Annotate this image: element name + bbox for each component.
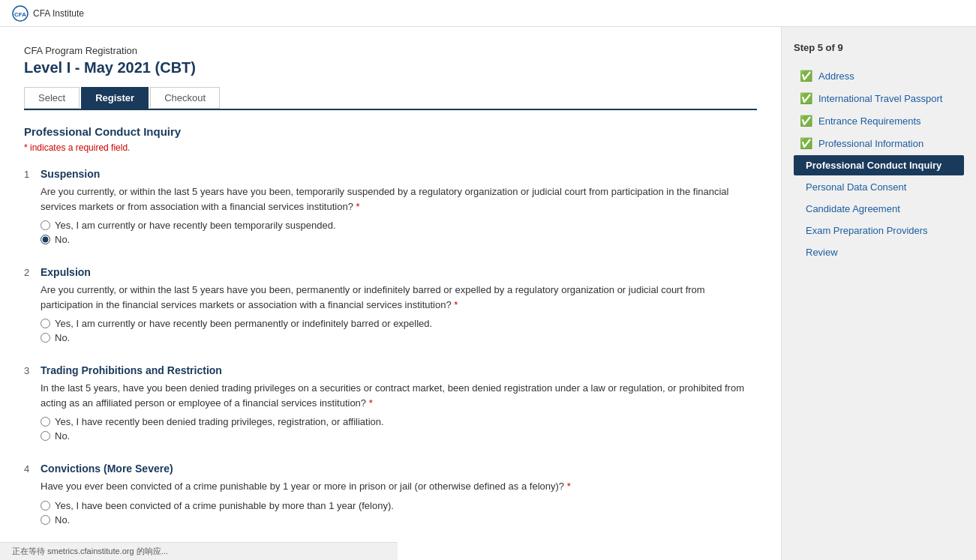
question-2-name: Expulsion bbox=[41, 266, 91, 278]
question-1-label-no: No. bbox=[55, 234, 70, 245]
question-2-radio-no[interactable] bbox=[41, 333, 50, 343]
question-4-radio-yes[interactable] bbox=[41, 501, 50, 511]
status-bar: 正在等待 smetrics.cfainstitute.org 的响应... bbox=[0, 542, 398, 560]
tabs-bar: Select Register Checkout bbox=[24, 87, 757, 110]
question-4-header: 4 Convictions (More Severe) bbox=[24, 463, 757, 475]
check-icon-entrance-requirements: ✅ bbox=[800, 115, 812, 127]
question-3-required-star: * bbox=[366, 397, 373, 409]
sidebar-item-label-professional-conduct-inquiry: Professional Conduct Inquiry bbox=[806, 160, 941, 171]
question-1-radio-no[interactable] bbox=[41, 235, 50, 244]
svg-text:CFA: CFA bbox=[14, 11, 26, 18]
sidebar: Step 5 of 9 ✅ Address ✅ International Tr… bbox=[781, 27, 976, 560]
question-1-option-yes[interactable]: Yes, I am currently or have recently bee… bbox=[41, 220, 757, 231]
question-3-option-no[interactable]: No. bbox=[41, 430, 757, 442]
sidebar-item-review[interactable]: Review bbox=[794, 242, 964, 262]
sidebar-item-professional-information[interactable]: ✅ Professional Information bbox=[794, 133, 964, 154]
required-note: * indicates a required field. bbox=[24, 142, 757, 153]
question-2-option-no[interactable]: No. bbox=[41, 332, 757, 343]
logo-text: CFA Institute bbox=[33, 8, 84, 19]
tab-select[interactable]: Select bbox=[24, 87, 80, 109]
program-title: Level I - May 2021 (CBT) bbox=[24, 59, 757, 76]
required-note-text: indicates a required field. bbox=[30, 142, 130, 153]
sidebar-item-label-review: Review bbox=[806, 247, 838, 258]
check-icon-address: ✅ bbox=[800, 70, 812, 82]
question-3-header: 3 Trading Prohibitions and Restriction bbox=[24, 364, 757, 376]
sidebar-item-label-entrance-requirements: Entrance Requirements bbox=[818, 115, 921, 127]
question-2-header: 2 Expulsion bbox=[24, 266, 757, 278]
question-3-number: 3 bbox=[24, 365, 35, 376]
sidebar-item-label-international-travel-passport: International Travel Passport bbox=[818, 93, 942, 104]
question-4-text: Have you ever been convicted of a crime … bbox=[41, 479, 757, 494]
question-2-radio-yes[interactable] bbox=[41, 319, 50, 328]
question-2-text: Are you currently, or within the last 5 … bbox=[41, 283, 757, 312]
sidebar-item-exam-preparation-providers[interactable]: Exam Preparation Providers bbox=[794, 220, 964, 241]
question-2-block: 2 Expulsion Are you currently, or within… bbox=[24, 266, 757, 343]
question-4-required-star: * bbox=[564, 481, 571, 492]
content-area: CFA Program Registration Level I - May 2… bbox=[0, 27, 781, 560]
question-3-option-yes[interactable]: Yes, I have recently been denied trading… bbox=[41, 416, 757, 427]
question-1-option-no[interactable]: No. bbox=[41, 234, 757, 245]
question-3-name: Trading Prohibitions and Restriction bbox=[41, 364, 222, 376]
question-2-number: 2 bbox=[24, 267, 35, 278]
question-1-label-yes: Yes, I am currently or have recently bee… bbox=[55, 220, 336, 231]
sidebar-item-professional-conduct-inquiry[interactable]: Professional Conduct Inquiry bbox=[794, 155, 964, 175]
sidebar-item-label-personal-data-consent: Personal Data Consent bbox=[806, 181, 906, 193]
question-4-option-yes[interactable]: Yes, I have been convicted of a crime pu… bbox=[41, 500, 757, 511]
question-3-label-yes: Yes, I have recently been denied trading… bbox=[55, 416, 384, 427]
question-3-label-no: No. bbox=[55, 430, 70, 442]
question-1-text: Are you currently, or within the last 5 … bbox=[41, 184, 757, 214]
question-3-radio-yes[interactable] bbox=[41, 417, 50, 427]
check-icon-professional-information: ✅ bbox=[800, 137, 812, 149]
question-3-radio-no[interactable] bbox=[41, 431, 50, 441]
question-4-name: Convictions (More Severe) bbox=[41, 463, 173, 475]
question-3-text: In the last 5 years, have you been denie… bbox=[41, 381, 757, 410]
sidebar-item-international-travel-passport[interactable]: ✅ International Travel Passport bbox=[794, 88, 964, 109]
program-label: CFA Program Registration bbox=[24, 45, 757, 56]
question-4-radio-no[interactable] bbox=[41, 515, 50, 525]
question-1-radio-yes[interactable] bbox=[41, 220, 50, 230]
required-star: * bbox=[24, 142, 28, 153]
status-bar-text: 正在等待 smetrics.cfainstitute.org 的响应... bbox=[12, 547, 168, 556]
question-4-block: 4 Convictions (More Severe) Have you eve… bbox=[24, 463, 757, 526]
main-container: CFA Program Registration Level I - May 2… bbox=[0, 27, 976, 560]
question-1-required-star: * bbox=[353, 201, 360, 212]
question-2-label-yes: Yes, I am currently or have recently bee… bbox=[55, 318, 432, 329]
cfa-logo-icon: CFA bbox=[12, 5, 29, 22]
sidebar-item-personal-data-consent[interactable]: Personal Data Consent bbox=[794, 177, 964, 197]
tab-checkout[interactable]: Checkout bbox=[150, 87, 220, 109]
question-4-label-yes: Yes, I have been convicted of a crime pu… bbox=[55, 500, 394, 511]
sidebar-item-label-address: Address bbox=[818, 70, 854, 82]
sidebar-item-address[interactable]: ✅ Address bbox=[794, 65, 964, 86]
question-2-option-yes[interactable]: Yes, I am currently or have recently bee… bbox=[41, 318, 757, 329]
tab-register[interactable]: Register bbox=[81, 87, 149, 109]
step-label: Step 5 of 9 bbox=[794, 42, 964, 53]
sidebar-item-candidate-agreement[interactable]: Candidate Agreement bbox=[794, 199, 964, 219]
question-3-block: 3 Trading Prohibitions and Restriction I… bbox=[24, 364, 757, 442]
question-1-name: Suspension bbox=[41, 168, 100, 180]
section-title: Professional Conduct Inquiry bbox=[24, 125, 757, 138]
question-2-required-star: * bbox=[452, 299, 458, 310]
check-icon-international-travel-passport: ✅ bbox=[800, 92, 812, 104]
question-2-label-no: No. bbox=[55, 332, 70, 343]
question-4-label-no: No. bbox=[55, 514, 70, 526]
sidebar-item-entrance-requirements[interactable]: ✅ Entrance Requirements bbox=[794, 110, 964, 131]
question-1-number: 1 bbox=[24, 169, 35, 180]
logo-area: CFA CFA Institute bbox=[12, 5, 84, 22]
sidebar-item-label-candidate-agreement: Candidate Agreement bbox=[806, 203, 900, 214]
question-1-header: 1 Suspension bbox=[24, 168, 757, 180]
question-4-option-no[interactable]: No. bbox=[41, 514, 757, 526]
question-4-number: 4 bbox=[24, 463, 35, 475]
sidebar-item-label-professional-information: Professional Information bbox=[818, 138, 923, 149]
sidebar-item-label-exam-preparation-providers: Exam Preparation Providers bbox=[806, 225, 928, 236]
question-1-block: 1 Suspension Are you currently, or withi… bbox=[24, 168, 757, 245]
top-bar: CFA CFA Institute bbox=[0, 0, 976, 27]
